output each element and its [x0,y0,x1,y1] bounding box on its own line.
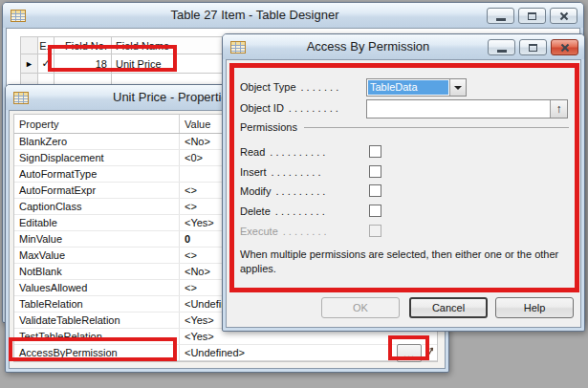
column-header-field-no: Field No. [54,37,112,54]
property-name: TestTableRelation [14,329,179,344]
modify-checkbox[interactable] [369,184,381,197]
dialog-body: Object Type. . . . . . . TableData Objec… [226,59,581,328]
object-type-combobox[interactable]: TableData [366,78,467,97]
property-name: ValuesAllowed [14,280,179,295]
execute-label: Execute. . . . . . . . [240,226,366,237]
property-name: CaptionClass [14,199,179,214]
dotted-leader: . . . . . . . . . [275,205,325,217]
dialog-note: When multiple permissions are selected, … [240,248,571,276]
minimize-button[interactable] [487,8,514,24]
read-checkbox[interactable] [369,145,381,158]
close-button[interactable] [550,8,577,24]
property-name: MinValue [14,231,179,247]
maximize-button[interactable] [519,39,547,55]
object-id-label: Object ID. . . . . . . . . [240,102,366,114]
property-name: Editable [14,215,179,230]
minimize-icon [496,18,506,21]
insert-checkbox[interactable] [369,165,381,178]
dotted-leader: . . . . . . . . . [289,102,338,114]
assist-edit-button[interactable]: ... [397,344,422,362]
row-selector-marker: ► [25,59,33,69]
minimize-icon [497,50,507,53]
table-icon [11,10,26,22]
group-divider [304,127,569,128]
delete-label: Delete. . . . . . . . . [240,205,366,217]
property-name: AccessByPermission [14,345,179,360]
property-name: TableRelation [14,296,179,312]
table-icon [230,41,246,54]
window-controls [488,39,578,55]
window-title: Unit Price - Properties [113,90,234,104]
dotted-leader: . . . . . . . . . [275,185,325,197]
window-controls [487,8,577,24]
grid-corner-cell [21,37,38,54]
access-by-permission-dialog: Object Type. . . . . . . TableData Objec… [222,33,585,332]
dotted-leader: . . . . . . . [301,81,339,93]
help-button[interactable]: Help [495,297,574,318]
property-name: NotBlank [14,264,179,279]
chevron-down-icon [454,86,462,90]
maximize-icon [529,44,537,52]
enabled-cell[interactable]: ✓ [38,54,54,74]
row-selector-cell[interactable]: ► [21,54,38,74]
maximize-button[interactable] [518,8,546,24]
object-id-field[interactable]: ↑ [366,99,568,119]
column-header-enabled: E.. [38,37,54,54]
dotted-leader: . . . . . . . . . [272,166,321,178]
maximize-icon [528,12,536,20]
lookup-arrow-icon: ↑ [556,102,562,116]
cancel-button[interactable]: Cancel [409,297,488,318]
property-name: AutoFormatType [14,166,179,182]
close-icon [559,11,569,21]
object-type-value: TableData [368,80,448,95]
modify-label: Modify. . . . . . . . . [240,185,366,197]
window-title: Access By Permission [251,39,485,54]
object-type-label: Object Type. . . . . . . [240,81,366,93]
object-id-value[interactable] [367,100,550,118]
property-name: SignDisplacement [14,150,179,165]
property-name: AutoFormatExpr [14,183,179,198]
enabled-checkmark: ✓ [41,57,50,70]
insert-label: Insert. . . . . . . . . [240,166,366,178]
close-icon [560,43,570,53]
table-designer-titlebar[interactable]: Table 27 Item - Table Designer [3,3,583,28]
table-icon [13,92,29,104]
property-name: ValidateTableRelation [14,313,179,328]
property-name: MaxValue [14,248,179,263]
minimize-button[interactable] [488,39,515,55]
dotted-leader: . . . . . . . . [283,226,327,237]
ok-button: OK [321,297,400,318]
column-header-property: Property [14,115,179,133]
dotted-leader: . . . . . . . . . . [270,146,325,158]
field-no-cell[interactable]: 18 [54,54,112,74]
combobox-dropdown-button[interactable] [449,79,466,96]
delete-checkbox[interactable] [369,205,381,217]
read-label: Read. . . . . . . . . . [240,146,366,158]
lookup-button[interactable]: ↑ [550,100,567,118]
window-title: Table 27 Item - Table Designer [32,8,478,22]
execute-checkbox [369,225,381,237]
assist-edit-arrow-icon [426,346,434,357]
close-button[interactable] [551,39,578,55]
property-name: BlankZero [14,134,179,149]
dialog-titlebar[interactable]: Access By Permission [223,34,584,59]
property-row-access-by-permission: AccessByPermission <Undefined> ... [14,345,437,361]
